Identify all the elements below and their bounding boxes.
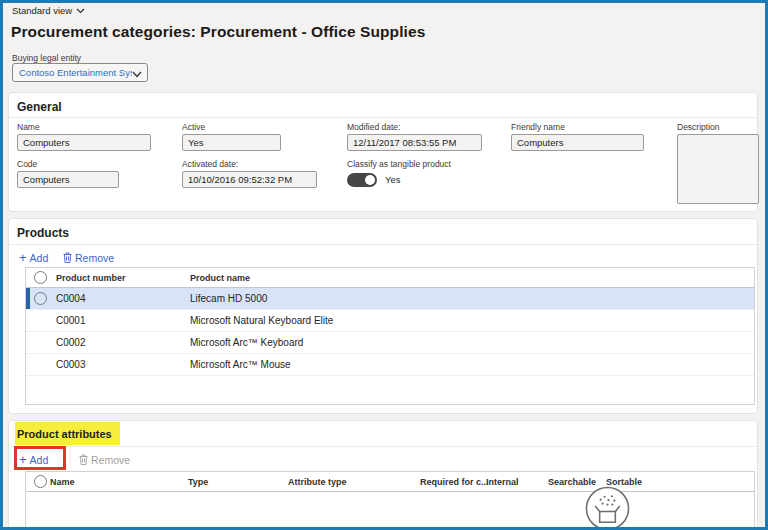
- cell-product-number: C0001: [56, 310, 85, 332]
- classify-tangible-toggle[interactable]: [347, 173, 377, 187]
- row-radio[interactable]: [34, 292, 47, 305]
- col-product-name[interactable]: Product name: [190, 268, 250, 288]
- product-attributes-grid: Name Type Attribute type Required for c.…: [25, 471, 755, 530]
- col-internal[interactable]: Internal: [486, 472, 519, 492]
- description-label: Description: [677, 122, 720, 132]
- empty-grid-icon: [584, 485, 631, 530]
- toggle-knob: [365, 175, 375, 185]
- products-section-title: Products: [17, 226, 69, 240]
- trash-icon: [79, 454, 88, 467]
- code-label: Code: [17, 159, 37, 169]
- products-section: Products + Add Remove Product number Pro…: [8, 218, 758, 414]
- view-selector[interactable]: Standard view: [12, 5, 85, 16]
- select-all-radio[interactable]: [34, 271, 47, 284]
- modified-date-label: Modified date:: [347, 122, 400, 132]
- active-field[interactable]: Yes: [182, 134, 281, 151]
- buying-legal-entity-dropdown[interactable]: Contoso Entertainment Syste...: [12, 63, 148, 82]
- cell-product-number: C0002: [56, 332, 85, 354]
- divider: [9, 117, 757, 118]
- view-selector-label: Standard view: [12, 5, 72, 16]
- buying-legal-entity-label: Buying legal entity: [12, 53, 81, 63]
- plus-icon: +: [19, 454, 27, 466]
- friendly-name-label: Friendly name: [511, 122, 565, 132]
- table-row[interactable]: C0001 Microsoft Natural Keyboard Elite: [26, 310, 754, 332]
- page-title: Procurement categories: Procurement - Of…: [11, 23, 425, 41]
- active-label: Active: [182, 122, 205, 132]
- products-grid: Product number Product name C0004 Lifeca…: [25, 267, 755, 405]
- col-product-number[interactable]: Product number: [56, 268, 126, 288]
- products-add-label: Add: [30, 252, 49, 264]
- table-row[interactable]: C0004 Lifecam HD 5000: [26, 288, 754, 310]
- products-add-button[interactable]: + Add: [19, 249, 48, 267]
- classify-tangible-value: Yes: [385, 174, 401, 185]
- products-remove-label: Remove: [75, 252, 114, 264]
- col-attribute-type[interactable]: Attribute type: [288, 472, 347, 492]
- plus-icon: +: [19, 252, 27, 264]
- attributes-remove-button[interactable]: Remove: [79, 451, 130, 469]
- activated-date-field[interactable]: 10/10/2016 09:52:32 PM: [182, 171, 317, 188]
- classify-tangible-label: Classify as tangible product: [347, 159, 451, 169]
- trash-icon: [63, 252, 72, 265]
- cell-product-number: C0003: [56, 354, 85, 376]
- cell-product-name: Microsoft Arc™ Mouse: [190, 354, 291, 376]
- divider: [9, 446, 757, 447]
- friendly-name-field[interactable]: Computers: [511, 134, 644, 151]
- col-name[interactable]: Name: [50, 472, 75, 492]
- description-field[interactable]: [677, 134, 759, 204]
- products-remove-button[interactable]: Remove: [63, 249, 114, 267]
- select-all-radio[interactable]: [34, 475, 47, 488]
- cell-product-name: Lifecam HD 5000: [190, 288, 267, 310]
- chevron-down-icon: [132, 64, 142, 82]
- cell-product-name: Microsoft Natural Keyboard Elite: [190, 310, 333, 332]
- attributes-grid-header: Name Type Attribute type Required for c.…: [26, 472, 754, 492]
- name-label: Name: [17, 122, 40, 132]
- table-row[interactable]: C0003 Microsoft Arc™ Mouse: [26, 354, 754, 376]
- col-type[interactable]: Type: [188, 472, 208, 492]
- buying-legal-entity-value: Contoso Entertainment Syste...: [19, 67, 132, 78]
- attributes-add-label: Add: [30, 454, 49, 466]
- products-grid-header: Product number Product name: [26, 268, 754, 288]
- app-window: Standard view Procurement categories: Pr…: [0, 0, 768, 530]
- modified-date-field[interactable]: 12/11/2017 08:53:55 PM: [347, 134, 482, 151]
- product-attributes-section: Product attributes + Add Remove Name Typ…: [8, 420, 758, 530]
- table-row[interactable]: C0002 Microsoft Arc™ Keyboard: [26, 332, 754, 354]
- divider: [9, 244, 757, 245]
- attributes-add-button[interactable]: + Add: [19, 451, 48, 469]
- chevron-down-icon: [76, 5, 85, 16]
- col-required-for[interactable]: Required for c...: [420, 472, 489, 492]
- attributes-remove-label: Remove: [91, 454, 130, 466]
- activated-date-label: Activated date:: [182, 159, 238, 169]
- product-attributes-section-title: Product attributes: [17, 428, 765, 440]
- cell-product-number: C0004: [56, 288, 85, 310]
- name-field[interactable]: Computers: [17, 134, 151, 151]
- general-section: General Name Active Modified date: Frien…: [8, 92, 758, 212]
- general-section-title: General: [17, 100, 62, 114]
- code-field[interactable]: Computers: [17, 171, 119, 188]
- cell-product-name: Microsoft Arc™ Keyboard: [190, 332, 303, 354]
